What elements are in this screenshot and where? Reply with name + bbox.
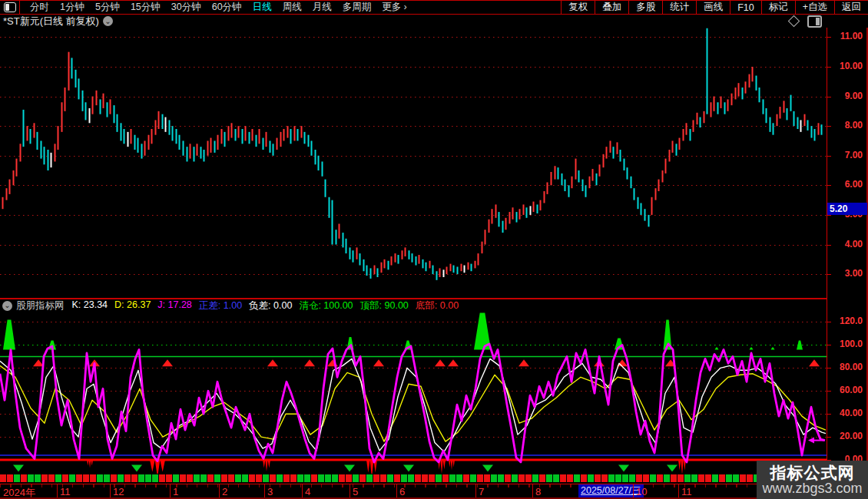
axis-tick bbox=[827, 322, 831, 322]
toolbar-button-+自选[interactable]: +自选 bbox=[795, 1, 834, 14]
period-tab-更多 ›[interactable]: 更多 › bbox=[376, 1, 412, 14]
ribbon-cell bbox=[601, 474, 608, 482]
ribbon-cell bbox=[221, 474, 227, 482]
indicator-header: ⌄ 股朋指标网 K: 23.34D: 26.37J: 17.28正差: 1.00… bbox=[0, 299, 827, 312]
diamond-icon[interactable] bbox=[788, 15, 800, 28]
ribbon-cell bbox=[643, 474, 649, 482]
kdj-indicator-chart[interactable] bbox=[0, 312, 827, 474]
time-axis-label: 6 bbox=[399, 486, 405, 497]
time-axis-label: 11 bbox=[681, 486, 692, 497]
indicator-field: 顶部: 90.00 bbox=[360, 299, 409, 312]
last-price-badge: 5.20 bbox=[827, 203, 867, 215]
ribbon-cell bbox=[90, 474, 96, 482]
ribbon-cell bbox=[270, 474, 276, 482]
toolbar-button-统计[interactable]: 统计 bbox=[662, 1, 696, 14]
time-axis-label: 7 bbox=[479, 486, 484, 497]
time-axis-divider bbox=[57, 484, 58, 498]
axis-tick bbox=[827, 185, 831, 186]
indicator-axis-label: 100.0 bbox=[840, 339, 863, 349]
toolbar-button-叠加[interactable]: 叠加 bbox=[595, 1, 628, 14]
period-tab-60分钟[interactable]: 60分钟 bbox=[207, 1, 247, 14]
ribbon-cell bbox=[456, 474, 462, 482]
watermark-site-name: 指标公式网 bbox=[770, 464, 855, 481]
time-axis-divider bbox=[302, 484, 303, 498]
ribbon-cell bbox=[318, 474, 324, 482]
time-axis-divider bbox=[170, 484, 171, 498]
indicator-axis-label: 80.00 bbox=[840, 362, 863, 372]
ribbon-cell bbox=[187, 474, 193, 482]
toolbar-button-返回[interactable]: 返回 bbox=[834, 1, 868, 14]
ribbon-cell bbox=[200, 474, 207, 482]
toolbar-button-画线[interactable]: 画线 bbox=[696, 1, 730, 14]
ribbon-cell bbox=[159, 474, 165, 482]
ribbon-cell bbox=[567, 474, 573, 482]
ribbon-cell bbox=[747, 474, 753, 482]
time-axis-label: 2 bbox=[222, 486, 227, 497]
ribbon-cell bbox=[380, 474, 386, 482]
ribbon-cell bbox=[650, 474, 656, 482]
indicator-axis-label: 40.00 bbox=[840, 408, 863, 418]
ribbon-cell bbox=[664, 474, 670, 482]
chevron-down-icon[interactable]: ⌄ bbox=[103, 16, 113, 26]
period-tab-5分钟[interactable]: 5分钟 bbox=[90, 1, 125, 14]
ribbon-cell bbox=[290, 474, 297, 482]
time-axis-label: 3 bbox=[267, 486, 273, 497]
ribbon-cell bbox=[55, 474, 61, 482]
ribbon-cell bbox=[512, 474, 518, 482]
watermark-url: www.zbgs3.com bbox=[762, 481, 862, 497]
period-tab-日线[interactable]: 日线 bbox=[247, 1, 277, 14]
axis-tick bbox=[827, 245, 831, 246]
period-tab-分时[interactable]: 分时 bbox=[25, 1, 55, 14]
ribbon-cell bbox=[449, 474, 456, 482]
ribbon-cell bbox=[733, 474, 739, 482]
period-tab-周线[interactable]: 周线 bbox=[277, 1, 307, 14]
ribbon-cell bbox=[394, 474, 400, 482]
time-axis-divider bbox=[219, 484, 220, 498]
toolbar-button-复权[interactable]: 复权 bbox=[561, 1, 595, 14]
ribbon-cell bbox=[21, 474, 27, 482]
ribbon-cell bbox=[0, 474, 6, 482]
ribbon-cell bbox=[263, 474, 269, 482]
ribbon-cell bbox=[166, 474, 172, 482]
ribbon-cell bbox=[657, 474, 663, 482]
time-axis-divider bbox=[475, 484, 476, 498]
ribbon-cell bbox=[48, 474, 55, 482]
ribbon-cell bbox=[14, 474, 20, 482]
ribbon-cell bbox=[436, 474, 442, 482]
ribbon-cell bbox=[62, 474, 68, 482]
period-menu: 分时1分钟5分钟15分钟30分钟60分钟日线周线月线多周期更多 › bbox=[20, 1, 561, 14]
ribbon-cell bbox=[726, 474, 732, 482]
period-tab-1分钟[interactable]: 1分钟 bbox=[55, 1, 90, 14]
ribbon-cell bbox=[546, 474, 552, 482]
ribbon-cell bbox=[297, 474, 303, 482]
indicator-chevron-icon[interactable]: ⌄ bbox=[2, 301, 12, 311]
ribbon-cell bbox=[97, 474, 103, 482]
period-tab-多周期[interactable]: 多周期 bbox=[337, 1, 377, 14]
ribbon-cell bbox=[498, 474, 504, 482]
toolbar-button-标记[interactable]: 标记 bbox=[761, 1, 795, 14]
ribbon-cell bbox=[525, 474, 532, 482]
ribbon-cell bbox=[608, 474, 615, 482]
period-tab-15分钟[interactable]: 15分钟 bbox=[125, 1, 166, 14]
ribbon-cell bbox=[698, 474, 704, 482]
toolbar-button-F10[interactable]: F10 bbox=[730, 1, 761, 14]
time-axis-label: 11 bbox=[60, 486, 71, 497]
axis-tick bbox=[827, 345, 831, 345]
layout-toggle-button[interactable] bbox=[0, 1, 20, 14]
main-candlestick-chart[interactable] bbox=[0, 28, 827, 298]
ribbon-cell bbox=[705, 474, 711, 482]
ribbon-cell bbox=[415, 474, 421, 482]
period-tab-月线[interactable]: 月线 bbox=[307, 1, 337, 14]
ribbon-cell bbox=[353, 474, 359, 482]
ribbon-cell bbox=[228, 474, 234, 482]
indicator-field: 正差: 1.00 bbox=[199, 299, 242, 312]
ribbon-cell bbox=[560, 474, 566, 482]
period-tab-30分钟[interactable]: 30分钟 bbox=[166, 1, 207, 14]
ribbon-cell bbox=[104, 474, 110, 482]
toolbar-button-多股[interactable]: 多股 bbox=[628, 1, 662, 14]
ribbon-cell bbox=[429, 474, 435, 482]
panel-layout-icon[interactable] bbox=[807, 15, 822, 28]
ribbon-cell bbox=[152, 474, 158, 482]
ribbon-cell bbox=[235, 474, 241, 482]
ribbon-cell bbox=[518, 474, 525, 482]
